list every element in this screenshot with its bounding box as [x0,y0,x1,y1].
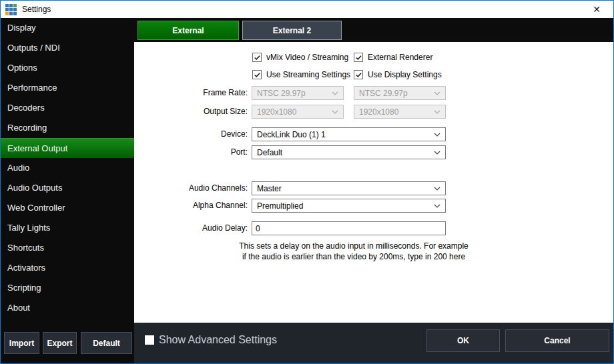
chevron-down-icon [332,91,338,95]
chevron-down-icon [332,110,338,114]
sidebar-item-shortcuts[interactable]: Shortcuts [1,238,134,258]
vmix-video-streaming-checkbox[interactable]: vMix Video / Streaming [252,53,348,62]
output-size-select-1: 1920x1080 [252,105,344,119]
chevron-down-icon [434,204,440,208]
audio-delay-help-text: This sets a delay on the audio input in … [238,241,469,262]
checkbox-box [354,70,363,79]
port-select[interactable]: Default [252,145,446,159]
frame-rate-label: Frame Rate: [134,86,248,100]
select-value: DeckLink Duo (1) 1 [257,130,326,139]
checkmark-icon [254,71,261,79]
device-select[interactable]: DeckLink Duo (1) 1 [252,127,446,141]
audio-delay-label: Audio Delay: [134,221,248,235]
select-value: Master [257,184,282,193]
port-label: Port: [134,145,248,159]
output-size-select-2: 1920x1080 [354,105,446,119]
checkbox-box [252,53,262,62]
sidebar-item-audio-outputs[interactable]: Audio Outputs [1,178,134,198]
sidebar-item-display[interactable]: Display [1,18,134,38]
vmix-logo-icon [5,4,17,15]
frame-rate-select-1: NTSC 29.97p [252,86,344,100]
alpha-channel-label: Alpha Channel: [134,199,248,213]
select-value: NTSC 29.97p [359,89,408,98]
select-value: NTSC 29.97p [257,89,306,98]
chevron-down-icon [434,133,440,137]
checkmark-icon [254,54,261,61]
sidebar-item-audio[interactable]: Audio [1,158,134,178]
sidebar-item-outputs-ndi[interactable]: Outputs / NDI [1,38,134,58]
tab-strip: External External 2 [134,18,613,42]
audio-delay-input[interactable] [252,221,446,235]
checkbox-box [354,53,363,62]
checkbox-box [145,335,154,345]
use-display-settings-checkbox[interactable]: Use Display Settings [354,70,442,79]
tab-external[interactable]: External [137,21,239,40]
chevron-down-icon [434,91,440,95]
chevron-down-icon [434,187,440,191]
sidebar-item-tally-lights[interactable]: Tally Lights [1,218,134,238]
title-bar: Settings ✕ [1,1,613,18]
cancel-button[interactable]: Cancel [505,329,609,352]
audio-channels-select[interactable]: Master [252,181,446,195]
select-value: Premultiplied [257,201,303,211]
frame-rate-select-2: NTSC 29.97p [354,86,446,100]
device-label: Device: [134,127,248,141]
sidebar-item-scripting[interactable]: Scripting [1,278,134,298]
ok-button[interactable]: OK [426,329,500,352]
settings-sidebar: Display Outputs / NDI Options Performanc… [1,18,134,363]
checkbox-label: Show Advanced Settings [159,334,277,346]
checkbox-label: vMix Video / Streaming [266,53,348,62]
sidebar-item-activators[interactable]: Activators [1,258,134,278]
use-streaming-settings-checkbox[interactable]: Use Streaming Settings [252,70,350,79]
audio-channels-label: Audio Channels: [134,181,248,195]
sidebar-item-about[interactable]: About [1,298,134,318]
external-renderer-checkbox[interactable]: External Renderer [354,53,432,62]
select-value: Default [257,148,282,157]
select-value: 1920x1080 [257,107,296,117]
checkbox-label: External Renderer [368,53,432,62]
checkbox-label: Use Streaming Settings [266,70,350,79]
window-title: Settings [22,5,51,14]
sidebar-item-web-controller[interactable]: Web Controller [1,198,134,218]
checkmark-icon [355,54,362,61]
sidebar-item-decoders[interactable]: Decoders [1,98,134,118]
import-button[interactable]: Import [4,332,39,354]
settings-window: Settings ✕ Display Outputs / NDI Options… [0,0,614,364]
close-icon[interactable]: ✕ [588,1,605,18]
footer-bar: Show Advanced Settings OK Cancel [134,323,613,363]
external-output-panel: vMix Video / Streaming External Renderer… [134,42,613,323]
export-button[interactable]: Export [43,332,77,354]
sidebar-item-external-output[interactable]: External Output [1,138,134,158]
chevron-down-icon [434,110,440,114]
checkmark-icon [355,71,362,79]
tab-external-2[interactable]: External 2 [242,21,342,40]
alpha-channel-select[interactable]: Premultiplied [252,199,446,213]
sidebar-item-performance[interactable]: Performance [1,78,134,98]
chevron-down-icon [434,151,440,155]
sidebar-item-options[interactable]: Options [1,58,134,78]
checkbox-box [252,70,262,79]
output-size-label: Output Size: [134,105,248,119]
sidebar-item-recording[interactable]: Recording [1,118,134,138]
default-button[interactable]: Default [81,332,132,354]
show-advanced-settings-checkbox[interactable]: Show Advanced Settings [145,334,277,346]
checkbox-label: Use Display Settings [368,70,442,79]
select-value: 1920x1080 [359,107,398,117]
